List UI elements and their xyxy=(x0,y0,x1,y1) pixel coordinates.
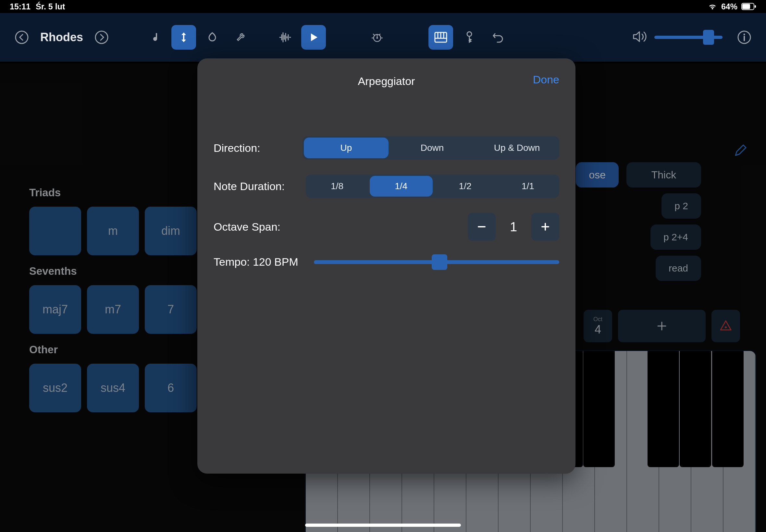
info-button[interactable] xyxy=(736,29,753,46)
svg-point-3 xyxy=(16,31,28,43)
tempo-thumb[interactable] xyxy=(432,254,447,270)
svg-rect-1 xyxy=(742,4,750,9)
play-button[interactable] xyxy=(301,25,326,50)
direction-up[interactable]: Up xyxy=(304,138,389,158)
done-button[interactable]: Done xyxy=(533,73,559,86)
volume-thumb[interactable] xyxy=(703,30,714,45)
duration-1-4[interactable]: 1/4 xyxy=(370,176,432,197)
note-mode-button[interactable] xyxy=(143,25,167,50)
arpeggiator-modal: Arpeggiator Done Direction: Up Down Up &… xyxy=(197,58,576,474)
volume-icon xyxy=(632,30,648,44)
direction-down[interactable]: Down xyxy=(390,136,475,160)
waveform-button[interactable] xyxy=(273,25,297,50)
svg-point-8 xyxy=(467,32,472,36)
top-toolbar: Rhodes xyxy=(0,13,766,62)
svg-point-4 xyxy=(95,31,108,43)
status-bar: 15:11 Śr. 5 lut 64% xyxy=(0,0,766,13)
status-time: 15:11 xyxy=(10,2,30,11)
volume-control xyxy=(632,30,723,44)
prev-instrument-button[interactable] xyxy=(13,29,30,46)
status-date: Śr. 5 lut xyxy=(36,2,65,11)
octave-minus-button[interactable] xyxy=(468,213,496,241)
duration-label: Note Duration: xyxy=(213,180,298,193)
piano-view-button[interactable] xyxy=(429,25,453,50)
volume-slider[interactable] xyxy=(654,36,723,39)
metronome-button[interactable] xyxy=(365,25,390,50)
svg-point-10 xyxy=(744,34,745,35)
octave-stepper: 1 xyxy=(468,213,559,241)
duration-segmented[interactable]: 1/8 1/4 1/2 1/1 xyxy=(306,175,559,198)
haptics-button[interactable] xyxy=(200,25,225,50)
wifi-icon xyxy=(708,3,717,10)
direction-updown[interactable]: Up & Down xyxy=(475,136,559,160)
instrument-name[interactable]: Rhodes xyxy=(40,30,83,44)
octave-span-label: Octave Span: xyxy=(213,221,280,233)
direction-segmented[interactable]: Up Down Up & Down xyxy=(302,136,559,160)
svg-rect-2 xyxy=(755,5,756,8)
key-button[interactable] xyxy=(457,25,482,50)
duration-1-8[interactable]: 1/8 xyxy=(306,175,368,198)
status-battery-pct: 64% xyxy=(721,2,737,11)
tempo-label: Tempo: 120 BPM xyxy=(213,256,298,268)
undo-button[interactable] xyxy=(486,25,510,50)
modal-title: Arpeggiator xyxy=(358,75,415,88)
home-indicator[interactable] xyxy=(305,524,461,527)
direction-label: Direction: xyxy=(213,142,295,154)
svg-point-6 xyxy=(376,37,378,39)
duration-1-1[interactable]: 1/1 xyxy=(497,175,559,198)
scroll-mode-button[interactable] xyxy=(171,25,196,50)
octave-span-value: 1 xyxy=(496,220,531,234)
settings-button[interactable] xyxy=(228,25,253,50)
tempo-slider[interactable] xyxy=(314,260,559,264)
battery-icon xyxy=(741,3,756,10)
next-instrument-button[interactable] xyxy=(93,29,110,46)
duration-1-2[interactable]: 1/2 xyxy=(434,175,497,198)
octave-plus-button[interactable] xyxy=(531,213,559,241)
